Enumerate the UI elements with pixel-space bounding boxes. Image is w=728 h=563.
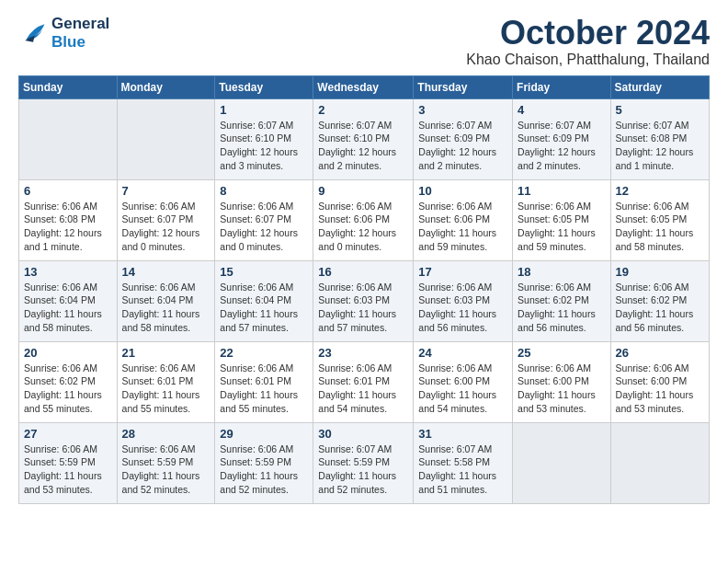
calendar-cell: 2Sunrise: 6:07 AMSunset: 6:10 PMDaylight… xyxy=(313,98,414,179)
calendar-cell: 19Sunrise: 6:06 AMSunset: 6:02 PMDayligh… xyxy=(610,260,709,341)
day-detail: Sunrise: 6:06 AMSunset: 5:59 PMDaylight:… xyxy=(24,442,112,497)
day-number: 27 xyxy=(24,427,112,441)
calendar-cell: 23Sunrise: 6:06 AMSunset: 6:01 PMDayligh… xyxy=(313,341,414,422)
weekday-header-saturday: Saturday xyxy=(610,75,709,98)
day-number: 17 xyxy=(418,265,507,279)
day-detail: Sunrise: 6:06 AMSunset: 6:00 PMDaylight:… xyxy=(518,362,606,416)
day-number: 10 xyxy=(418,184,507,198)
day-number: 13 xyxy=(24,265,112,279)
day-number: 4 xyxy=(518,103,606,117)
day-number: 11 xyxy=(518,184,606,198)
day-number: 8 xyxy=(220,184,308,198)
calendar-cell: 20Sunrise: 6:06 AMSunset: 6:02 PMDayligh… xyxy=(19,341,118,422)
day-number: 23 xyxy=(318,346,408,360)
calendar-cell: 13Sunrise: 6:06 AMSunset: 6:04 PMDayligh… xyxy=(19,260,118,341)
day-detail: Sunrise: 6:06 AMSunset: 6:02 PMDaylight:… xyxy=(616,281,704,335)
logo: General Blue xyxy=(18,15,109,51)
calendar-cell: 31Sunrise: 6:07 AMSunset: 5:58 PMDayligh… xyxy=(414,422,513,503)
weekday-header-wednesday: Wednesday xyxy=(313,75,414,98)
calendar-table: SundayMondayTuesdayWednesdayThursdayFrid… xyxy=(18,75,710,504)
day-number: 21 xyxy=(122,346,210,360)
calendar-cell xyxy=(19,98,118,179)
logo-icon xyxy=(18,20,48,46)
calendar-header-row: SundayMondayTuesdayWednesdayThursdayFrid… xyxy=(19,75,710,98)
day-detail: Sunrise: 6:06 AMSunset: 6:01 PMDaylight:… xyxy=(122,362,210,416)
calendar-cell: 5Sunrise: 6:07 AMSunset: 6:08 PMDaylight… xyxy=(610,98,709,179)
weekday-header-sunday: Sunday xyxy=(19,75,118,98)
day-detail: Sunrise: 6:06 AMSunset: 5:59 PMDaylight:… xyxy=(122,442,210,497)
title-block: October 2024 Khao Chaison, Phatthalung, … xyxy=(466,15,710,68)
calendar-week-row: 1Sunrise: 6:07 AMSunset: 6:10 PMDaylight… xyxy=(19,98,710,179)
day-number: 25 xyxy=(518,346,606,360)
day-detail: Sunrise: 6:07 AMSunset: 6:08 PMDaylight:… xyxy=(616,119,704,173)
day-detail: Sunrise: 6:06 AMSunset: 6:07 PMDaylight:… xyxy=(220,200,308,254)
calendar-cell: 18Sunrise: 6:06 AMSunset: 6:02 PMDayligh… xyxy=(513,260,611,341)
calendar-cell: 7Sunrise: 6:06 AMSunset: 6:07 PMDaylight… xyxy=(117,179,215,260)
month-title: October 2024 xyxy=(466,15,710,52)
day-number: 9 xyxy=(318,184,408,198)
page-header: General Blue October 2024 Khao Chaison, … xyxy=(18,15,710,68)
day-number: 18 xyxy=(518,265,606,279)
day-number: 31 xyxy=(418,427,507,441)
day-detail: Sunrise: 6:06 AMSunset: 6:02 PMDaylight:… xyxy=(518,281,606,335)
day-detail: Sunrise: 6:06 AMSunset: 6:06 PMDaylight:… xyxy=(418,200,507,254)
calendar-cell: 21Sunrise: 6:06 AMSunset: 6:01 PMDayligh… xyxy=(117,341,215,422)
day-number: 24 xyxy=(418,346,507,360)
day-detail: Sunrise: 6:06 AMSunset: 6:04 PMDaylight:… xyxy=(220,281,308,335)
day-detail: Sunrise: 6:07 AMSunset: 6:10 PMDaylight:… xyxy=(318,119,408,173)
day-detail: Sunrise: 6:06 AMSunset: 6:00 PMDaylight:… xyxy=(418,362,507,416)
day-number: 19 xyxy=(616,265,704,279)
day-detail: Sunrise: 6:06 AMSunset: 6:06 PMDaylight:… xyxy=(318,200,408,254)
calendar-week-row: 6Sunrise: 6:06 AMSunset: 6:08 PMDaylight… xyxy=(19,179,710,260)
day-detail: Sunrise: 6:07 AMSunset: 5:58 PMDaylight:… xyxy=(418,442,507,497)
calendar-cell xyxy=(117,98,215,179)
day-number: 12 xyxy=(616,184,704,198)
day-number: 7 xyxy=(122,184,210,198)
calendar-cell: 9Sunrise: 6:06 AMSunset: 6:06 PMDaylight… xyxy=(313,179,414,260)
calendar-cell: 16Sunrise: 6:06 AMSunset: 6:03 PMDayligh… xyxy=(313,260,414,341)
day-detail: Sunrise: 6:06 AMSunset: 6:00 PMDaylight:… xyxy=(616,362,704,416)
day-number: 26 xyxy=(616,346,704,360)
day-number: 6 xyxy=(24,184,112,198)
day-detail: Sunrise: 6:06 AMSunset: 6:01 PMDaylight:… xyxy=(220,362,308,416)
logo-line1: General xyxy=(51,15,109,33)
day-number: 1 xyxy=(220,103,308,117)
calendar-week-row: 13Sunrise: 6:06 AMSunset: 6:04 PMDayligh… xyxy=(19,260,710,341)
calendar-cell: 4Sunrise: 6:07 AMSunset: 6:09 PMDaylight… xyxy=(513,98,611,179)
day-detail: Sunrise: 6:06 AMSunset: 6:05 PMDaylight:… xyxy=(518,200,606,254)
day-detail: Sunrise: 6:06 AMSunset: 6:08 PMDaylight:… xyxy=(24,200,112,254)
calendar-week-row: 20Sunrise: 6:06 AMSunset: 6:02 PMDayligh… xyxy=(19,341,710,422)
day-number: 20 xyxy=(24,346,112,360)
calendar-cell: 27Sunrise: 6:06 AMSunset: 5:59 PMDayligh… xyxy=(19,422,118,503)
calendar-cell: 12Sunrise: 6:06 AMSunset: 6:05 PMDayligh… xyxy=(610,179,709,260)
calendar-week-row: 27Sunrise: 6:06 AMSunset: 5:59 PMDayligh… xyxy=(19,422,710,503)
day-detail: Sunrise: 6:07 AMSunset: 6:09 PMDaylight:… xyxy=(418,119,507,173)
weekday-header-friday: Friday xyxy=(513,75,611,98)
location-title: Khao Chaison, Phatthalung, Thailand xyxy=(466,52,710,68)
weekday-header-monday: Monday xyxy=(117,75,215,98)
day-detail: Sunrise: 6:06 AMSunset: 6:04 PMDaylight:… xyxy=(24,281,112,335)
weekday-header-thursday: Thursday xyxy=(414,75,513,98)
day-detail: Sunrise: 6:06 AMSunset: 6:04 PMDaylight:… xyxy=(122,281,210,335)
calendar-cell: 3Sunrise: 6:07 AMSunset: 6:09 PMDaylight… xyxy=(414,98,513,179)
calendar-cell: 1Sunrise: 6:07 AMSunset: 6:10 PMDaylight… xyxy=(215,98,313,179)
calendar-cell: 30Sunrise: 6:07 AMSunset: 5:59 PMDayligh… xyxy=(313,422,414,503)
calendar-cell: 8Sunrise: 6:06 AMSunset: 6:07 PMDaylight… xyxy=(215,179,313,260)
day-number: 3 xyxy=(418,103,507,117)
day-detail: Sunrise: 6:06 AMSunset: 6:01 PMDaylight:… xyxy=(318,362,408,416)
day-detail: Sunrise: 6:06 AMSunset: 6:05 PMDaylight:… xyxy=(616,200,704,254)
day-number: 14 xyxy=(122,265,210,279)
day-detail: Sunrise: 6:06 AMSunset: 6:03 PMDaylight:… xyxy=(418,281,507,335)
weekday-header-tuesday: Tuesday xyxy=(215,75,313,98)
calendar-cell: 17Sunrise: 6:06 AMSunset: 6:03 PMDayligh… xyxy=(414,260,513,341)
day-number: 28 xyxy=(122,427,210,441)
day-detail: Sunrise: 6:07 AMSunset: 5:59 PMDaylight:… xyxy=(318,442,408,497)
day-detail: Sunrise: 6:06 AMSunset: 5:59 PMDaylight:… xyxy=(220,442,308,497)
calendar-cell: 6Sunrise: 6:06 AMSunset: 6:08 PMDaylight… xyxy=(19,179,118,260)
day-detail: Sunrise: 6:06 AMSunset: 6:07 PMDaylight:… xyxy=(122,200,210,254)
logo-line2: Blue xyxy=(51,33,109,52)
day-number: 22 xyxy=(220,346,308,360)
day-number: 30 xyxy=(318,427,408,441)
calendar-cell: 24Sunrise: 6:06 AMSunset: 6:00 PMDayligh… xyxy=(414,341,513,422)
day-detail: Sunrise: 6:07 AMSunset: 6:10 PMDaylight:… xyxy=(220,119,308,173)
